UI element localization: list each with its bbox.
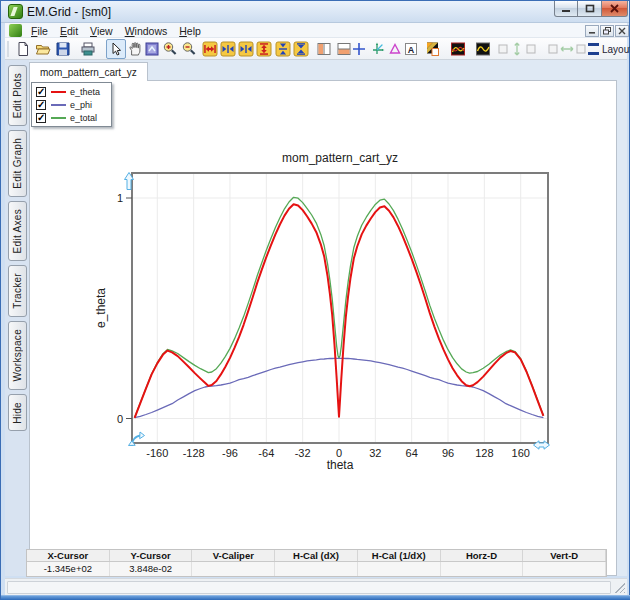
tracker-col-horz-d: Horz-D bbox=[441, 550, 524, 561]
tracker-table-header: X-CursorY-CursorV-CaliperH-Cal (dX)H-Cal… bbox=[27, 550, 606, 562]
new-document-icon[interactable] bbox=[13, 39, 33, 59]
fit-width-icon[interactable] bbox=[200, 39, 220, 59]
layout-icon bbox=[588, 43, 599, 55]
tracker-col-x-cursor: X-Cursor bbox=[27, 550, 110, 561]
mdi-minimize-button[interactable] bbox=[585, 25, 599, 37]
legend-row-e_theta: ✓e_theta bbox=[32, 85, 111, 98]
mdi-restore-button[interactable] bbox=[600, 25, 614, 37]
layout-button[interactable]: Layout bbox=[588, 39, 630, 59]
link-vertical-icon[interactable] bbox=[498, 39, 536, 59]
tracker-value-6 bbox=[441, 562, 524, 576]
tracker-col-vert-d: Vert-D bbox=[523, 550, 606, 561]
fit-height-icon[interactable] bbox=[254, 39, 274, 59]
window-title: EM.Grid - [sm0] bbox=[27, 5, 111, 19]
tab-mom-pattern-cart-yz[interactable]: mom_pattern_cart_yz bbox=[29, 62, 148, 81]
toolbar: A Layout bbox=[5, 38, 627, 60]
sidebar-tab-edit-plots[interactable]: Edit Plots bbox=[8, 65, 27, 126]
legend-label: e_total bbox=[70, 113, 97, 123]
menu-items: FileEditViewWindowsHelp bbox=[25, 23, 207, 38]
legend-checkbox-e_theta[interactable]: ✓ bbox=[36, 87, 46, 97]
sidebar: Edit PlotsEdit GraphEdit AxesTrackerWork… bbox=[5, 60, 29, 576]
sidebar-tab-edit-axes[interactable]: Edit Axes bbox=[8, 201, 27, 261]
toolbar-grip bbox=[7, 41, 10, 57]
tracker-value-2: 3.848e-02 bbox=[110, 562, 193, 576]
zoom-in-icon[interactable] bbox=[160, 39, 180, 59]
print-icon[interactable] bbox=[78, 39, 98, 59]
app-window: EM.Grid - [sm0] FileEditViewWindowsHelp bbox=[0, 0, 630, 600]
resize-grip[interactable] bbox=[615, 583, 625, 593]
legend-row-e_total: ✓e_total bbox=[32, 111, 111, 124]
status-bar bbox=[5, 578, 627, 595]
menu-file[interactable]: File bbox=[25, 25, 54, 37]
tracker-value-7 bbox=[523, 562, 606, 576]
menu-windows[interactable]: Windows bbox=[119, 25, 174, 37]
document-icon bbox=[9, 24, 22, 37]
y-axis-label: e_theta bbox=[94, 268, 108, 348]
tracker-value-3 bbox=[192, 562, 275, 576]
legend-line-sample bbox=[51, 117, 66, 119]
menu-edit[interactable]: Edit bbox=[54, 25, 84, 37]
legend-checkbox-e_total[interactable]: ✓ bbox=[36, 113, 46, 123]
plot-yellow-wave-icon[interactable] bbox=[473, 39, 493, 59]
status-field bbox=[7, 581, 611, 594]
colormap-icon[interactable] bbox=[423, 39, 443, 59]
legend: ✓e_theta✓e_phi✓e_total bbox=[31, 82, 112, 127]
tracker-col-h-cal-dx-: H-Cal (dX) bbox=[275, 550, 358, 561]
minimize-button[interactable] bbox=[554, 1, 578, 17]
x-axis-label: theta bbox=[132, 458, 548, 472]
menu-help[interactable]: Help bbox=[173, 25, 207, 37]
legend-label: e_theta bbox=[70, 87, 100, 97]
sidebar-tab-workspace[interactable]: Workspace bbox=[8, 321, 27, 390]
legend-line-sample bbox=[51, 104, 66, 106]
tracker-col-y-cursor: Y-Cursor bbox=[110, 550, 193, 561]
tracker-col-v-caliper: V-Caliper bbox=[192, 550, 275, 561]
text-label-icon[interactable]: A bbox=[401, 39, 421, 59]
tracker-value-5 bbox=[358, 562, 441, 576]
expand-x-icon[interactable] bbox=[218, 39, 238, 59]
link-horizontal-icon[interactable] bbox=[548, 39, 586, 59]
tracker-value-1: -1.345e+02 bbox=[27, 562, 110, 576]
sidebar-tab-edit-graph[interactable]: Edit Graph bbox=[8, 130, 27, 197]
legend-label: e_phi bbox=[70, 100, 92, 110]
sidebar-tab-hide[interactable]: Hide bbox=[8, 394, 27, 432]
menu-view[interactable]: View bbox=[84, 25, 119, 37]
sidebar-tab-tracker[interactable]: Tracker bbox=[8, 265, 27, 317]
compress-x-icon[interactable] bbox=[236, 39, 256, 59]
crosshair-icon[interactable] bbox=[349, 39, 369, 59]
window-bottom-border bbox=[1, 595, 630, 600]
close-button[interactable] bbox=[602, 1, 628, 17]
plot-red-wave-icon[interactable] bbox=[448, 39, 468, 59]
app-icon bbox=[8, 4, 23, 19]
title-bar: EM.Grid - [sm0] bbox=[1, 1, 629, 23]
select-cursor-icon[interactable] bbox=[106, 39, 126, 59]
mdi-close-button[interactable] bbox=[615, 25, 629, 37]
compress-y-icon[interactable] bbox=[291, 39, 311, 59]
tracker-col-h-cal-1-dx-: H-Cal (1/dX) bbox=[358, 550, 441, 561]
tracker-table: X-CursorY-CursorV-CaliperH-Cal (dX)H-Cal… bbox=[26, 549, 607, 577]
zoom-window-icon[interactable] bbox=[142, 39, 162, 59]
save-icon[interactable] bbox=[53, 39, 73, 59]
chart-title: mom_pattern_cart_yz bbox=[132, 151, 548, 165]
legend-line-sample bbox=[51, 91, 66, 93]
menu-bar: FileEditViewWindowsHelp bbox=[5, 23, 627, 38]
legend-row-e_phi: ✓e_phi bbox=[32, 98, 111, 111]
svg-text:A: A bbox=[408, 45, 415, 55]
zoom-out-icon[interactable] bbox=[179, 39, 199, 59]
legend-checkbox-e_phi[interactable]: ✓ bbox=[36, 100, 46, 110]
tracker-table-values: -1.345e+023.848e-02 bbox=[27, 562, 606, 576]
split-vertical-icon[interactable] bbox=[314, 39, 334, 59]
maximize-button[interactable] bbox=[578, 1, 602, 17]
expand-y-icon[interactable] bbox=[273, 39, 293, 59]
open-icon[interactable] bbox=[33, 39, 53, 59]
tracker-value-4 bbox=[275, 562, 358, 576]
